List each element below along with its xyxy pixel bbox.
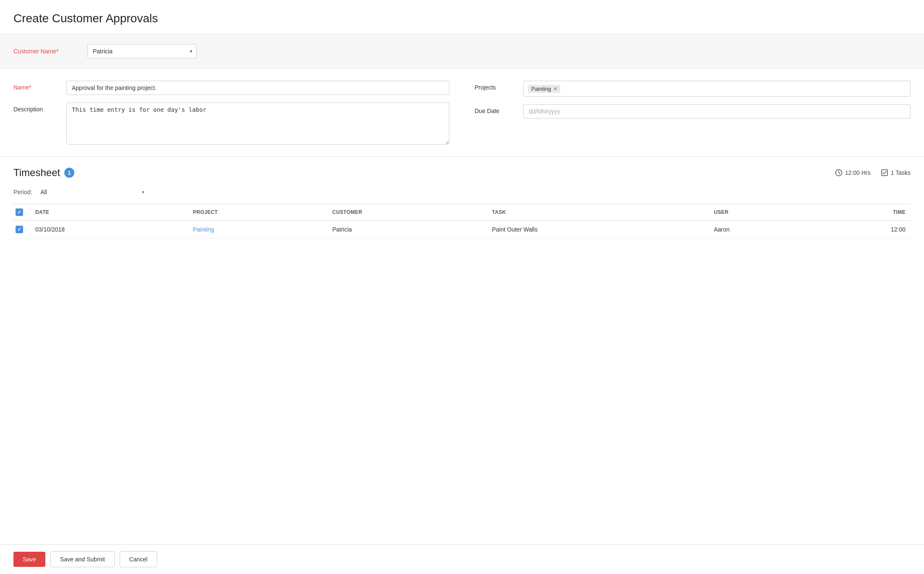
- cell-user: Aaron: [709, 221, 812, 239]
- col-task: TASK: [487, 204, 709, 221]
- customer-name-select[interactable]: Patricia John Alice: [87, 44, 197, 58]
- row-checkbox[interactable]: [16, 226, 23, 233]
- name-label: Name*: [13, 81, 60, 91]
- table-row: 03/10/2018 Painting Patricia Paint Outer…: [13, 221, 911, 239]
- description-label: Description: [13, 103, 60, 113]
- name-input[interactable]: [66, 81, 449, 95]
- cell-project[interactable]: Painting: [188, 221, 327, 239]
- col-customer: CUSTOMER: [327, 204, 487, 221]
- due-date-input[interactable]: [523, 104, 911, 118]
- page-title: Create Customer Approvals: [13, 12, 911, 25]
- save-submit-button[interactable]: Save and Submit: [50, 551, 115, 567]
- timesheet-tasks: 1 Tasks: [891, 169, 911, 176]
- projects-tags-input[interactable]: Painting ×: [523, 81, 911, 97]
- project-tag: Painting ×: [528, 85, 560, 93]
- period-select[interactable]: All This Week This Month: [35, 185, 144, 199]
- save-button[interactable]: Save: [13, 552, 45, 567]
- cell-task: Paint Outer Walls: [487, 221, 709, 239]
- cell-customer: Patricia: [327, 221, 487, 239]
- cell-time: 12:00: [811, 221, 911, 239]
- timesheet-title: Timesheet: [13, 167, 60, 179]
- timesheet-hours: 12:00 Hrs: [845, 169, 871, 176]
- projects-label: Projects: [475, 81, 517, 91]
- due-date-label: Due Date: [475, 104, 517, 114]
- timesheet-table: DATE PROJECT CUSTOMER TASK USER TIME 03/…: [13, 204, 911, 239]
- timesheet-badge: 1: [64, 168, 74, 178]
- tasks-icon: [881, 169, 888, 176]
- select-all-checkbox[interactable]: [16, 208, 23, 216]
- col-user: USER: [709, 204, 812, 221]
- col-project: PROJECT: [188, 204, 327, 221]
- col-time: TIME: [811, 204, 911, 221]
- cancel-button[interactable]: Cancel: [120, 551, 158, 567]
- project-tag-remove[interactable]: ×: [554, 86, 557, 92]
- customer-name-label: Customer Name*: [13, 48, 81, 55]
- col-date: DATE: [30, 204, 188, 221]
- description-textarea[interactable]: This time entry is for one day's labor: [66, 103, 449, 145]
- clock-icon: [835, 169, 843, 176]
- cell-date: 03/10/2018: [30, 221, 188, 239]
- period-label: Period:: [13, 189, 32, 195]
